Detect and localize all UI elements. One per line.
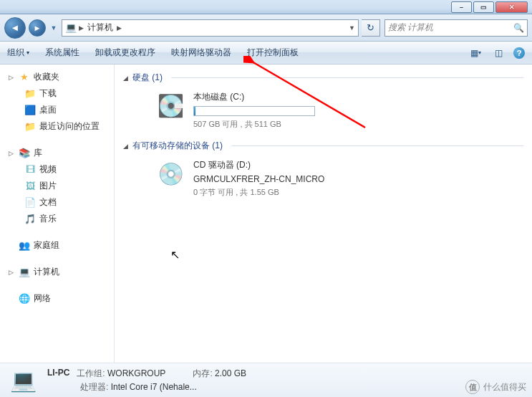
sidebar-item-1-3[interactable]: 🎵 音乐	[0, 211, 114, 227]
address-bar[interactable]: 💻 ▶ 计算机 ▶ ▼	[62, 19, 359, 37]
drive-name: CD 驱动器 (D:)	[193, 159, 324, 171]
capacity-bar	[193, 106, 315, 116]
sidebar-item-label: 桌面	[39, 104, 57, 116]
sidebar-group-3[interactable]: ▷ 💻 计算机	[0, 264, 114, 280]
toolbar: 组织▾系统属性卸载或更改程序映射网络驱动器打开控制面板 ▦ ▾ ◫ ?	[0, 42, 532, 64]
item-icon: 🎞	[24, 164, 36, 176]
item-icon: 📁	[24, 121, 36, 133]
cursor-icon: ↖	[170, 248, 180, 262]
watermark-icon: 值	[465, 380, 480, 394]
sidebar-item-0-2[interactable]: 📁 最近访问的位置	[0, 118, 114, 135]
section-title: 有可移动存储的设备 (1)	[132, 140, 223, 152]
search-icon: 🔍	[513, 23, 524, 33]
item-icon: 🟦	[24, 105, 36, 116]
drive-name: 本地磁盘 (C:)	[193, 91, 315, 103]
sidebar-group-1[interactable]: ▷ 📚 库	[0, 145, 114, 161]
sidebar-item-label: 下载	[39, 87, 57, 100]
pc-name: LI-PC	[47, 368, 69, 380]
forward-button[interactable]: ►	[29, 19, 46, 37]
sidebar-item-label: 音乐	[39, 213, 57, 225]
sidebar-item-0-1[interactable]: 🟦 桌面	[0, 102, 114, 118]
group-icon: 📚	[19, 148, 30, 159]
drive-icon: 💽	[155, 91, 186, 120]
caret-down-icon: ◢	[123, 75, 128, 82]
section-header-1[interactable]: ◢ 有可移动存储的设备 (1)	[123, 140, 523, 152]
sidebar-group-2[interactable]: 👥 家庭组	[0, 237, 114, 254]
nav-bar: ◄ ► ▼ 💻 ▶ 计算机 ▶ ▼ ↻ 搜索 计算机 🔍	[0, 14, 532, 42]
navigation-sidebar: ▷ ★ 收藏夹 📁 下载 🟦 桌面 📁 最近访问的位置 ▷ 📚 库 🎞 视频 🖼…	[0, 64, 115, 383]
group-icon: 👥	[19, 240, 30, 252]
caret-icon: ▷	[9, 150, 15, 157]
sidebar-group-label: 库	[34, 147, 42, 159]
minimize-button[interactable]: –	[451, 1, 472, 13]
breadcrumb-computer[interactable]: 计算机	[86, 21, 115, 34]
drive-capacity-text: 507 GB 可用 , 共 511 GB	[193, 119, 315, 130]
search-placeholder: 搜索 计算机	[388, 21, 433, 34]
main-content: ↖ ◢ 硬盘 (1) 💽 本地磁盘 (C:) 507 GB 可用 , 共 511…	[115, 64, 532, 383]
toolbar-item-0[interactable]: 组织▾	[7, 47, 29, 59]
drive-capacity-text: 0 字节 可用 , 共 1.55 GB	[193, 187, 324, 198]
help-button[interactable]: ?	[513, 47, 525, 59]
group-icon: 🌐	[19, 293, 30, 305]
window-titlebar: – ▭ ✕	[0, 0, 532, 14]
computer-icon: 💻	[7, 366, 39, 395]
refresh-button[interactable]: ↻	[362, 19, 380, 37]
sidebar-item-label: 图片	[39, 180, 57, 192]
toolbar-item-2[interactable]: 卸载或更改程序	[95, 47, 155, 59]
chevron-right-icon: ▶	[79, 24, 84, 32]
section-header-0[interactable]: ◢ 硬盘 (1)	[123, 72, 523, 84]
sidebar-item-label: 文档	[39, 196, 57, 209]
back-button[interactable]: ◄	[4, 17, 26, 39]
sidebar-group-label: 网络	[34, 292, 51, 305]
sidebar-item-1-0[interactable]: 🎞 视频	[0, 161, 114, 178]
maximize-button[interactable]: ▭	[473, 1, 494, 13]
sidebar-item-0-0[interactable]: 📁 下载	[0, 85, 114, 102]
drive-item-1-0[interactable]: 💿 CD 驱动器 (D:) GRMCULXFRER_ZH-CN_MICRO 0 …	[123, 156, 523, 208]
toolbar-item-3[interactable]: 映射网络驱动器	[171, 47, 231, 59]
sidebar-group-label: 计算机	[34, 266, 59, 278]
search-input[interactable]: 搜索 计算机 🔍	[385, 19, 528, 37]
sidebar-item-label: 视频	[39, 163, 57, 176]
drive-icon: 💿	[155, 159, 186, 188]
status-bar: 💻 LI-PC 工作组: WORKGROUP 内存: 2.00 GB 处理器: …	[0, 363, 532, 397]
caret-icon: ▷	[9, 269, 15, 276]
drive-item-0-0[interactable]: 💽 本地磁盘 (C:) 507 GB 可用 , 共 511 GB	[123, 88, 523, 140]
section-title: 硬盘 (1)	[132, 72, 163, 84]
sidebar-group-label: 家庭组	[34, 239, 59, 252]
sidebar-item-label: 最近访问的位置	[39, 120, 100, 133]
sidebar-item-1-2[interactable]: 📄 文档	[0, 194, 114, 211]
group-icon: 💻	[19, 267, 30, 278]
watermark: 值 什么值得买	[465, 380, 526, 394]
group-icon: ★	[19, 72, 30, 83]
toolbar-item-4[interactable]: 打开控制面板	[247, 47, 299, 59]
toolbar-item-1[interactable]: 系统属性	[45, 47, 79, 59]
view-mode-button[interactable]: ▦ ▾	[468, 46, 483, 60]
item-icon: 📁	[24, 88, 36, 100]
dropdown-icon[interactable]: ▼	[349, 24, 355, 32]
sidebar-group-0[interactable]: ▷ ★ 收藏夹	[0, 69, 114, 85]
drive-volume-label: GRMCULXFRER_ZH-CN_MICRO	[193, 174, 324, 184]
item-icon: 📄	[24, 197, 36, 209]
sidebar-group-label: 收藏夹	[34, 71, 59, 83]
sidebar-item-1-1[interactable]: 🖼 图片	[0, 178, 114, 194]
item-icon: 🖼	[24, 181, 36, 192]
history-dropdown[interactable]: ▼	[49, 23, 59, 33]
preview-pane-button[interactable]: ◫	[490, 46, 506, 60]
sidebar-group-4[interactable]: 🌐 网络	[0, 290, 114, 307]
caret-down-icon: ◢	[123, 143, 128, 150]
close-button[interactable]: ✕	[495, 1, 528, 13]
item-icon: 🎵	[24, 214, 36, 225]
caret-icon: ▷	[9, 74, 15, 81]
chevron-right-icon: ▶	[117, 24, 122, 32]
computer-icon: 💻	[65, 22, 77, 34]
